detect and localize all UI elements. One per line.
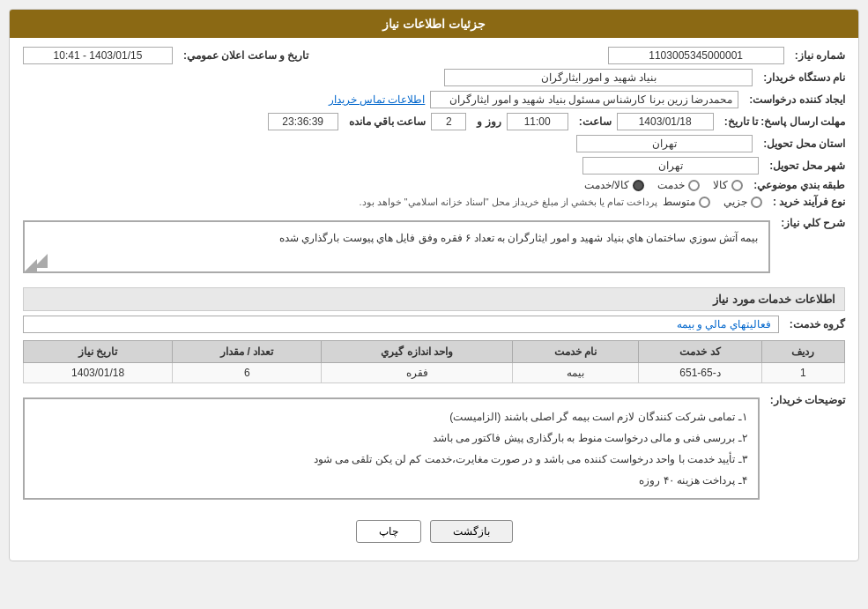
radio-khedmat-circle — [688, 180, 700, 191]
radio-kala-khedmat-label: کالا/خدمت — [584, 179, 629, 191]
note-line: ۴ـ پرداخت هزينه ۴۰ روزه — [35, 470, 747, 491]
description-label: شرح كلي نياز: — [775, 213, 845, 229]
province-label: استان محل تحويل: — [758, 137, 845, 150]
process-label: نوع فرآيند خريد : — [768, 196, 845, 208]
category-label: طبقه بندي موضوعي: — [748, 179, 845, 191]
category-option-kala-khedmat[interactable]: کالا/خدمت — [584, 179, 644, 191]
cell-date: 1403/01/18 — [24, 363, 173, 383]
announce-value: 1403/01/15 - 10:41 — [23, 47, 173, 64]
days-value: 2 — [431, 113, 466, 130]
main-card: جزئیات اطلاعات نياز شماره نياز: 11030053… — [9, 9, 859, 561]
contact-link[interactable]: اطلاعات تماس خريدار — [329, 93, 426, 106]
process-option-jozi[interactable]: جزيي — [723, 196, 762, 208]
row-need-number: شماره نياز: 1103005345000001 تاريخ و ساع… — [23, 47, 845, 64]
cell-quantity: 6 — [173, 363, 322, 383]
col-service-code: كد خدمت — [639, 341, 761, 363]
col-quantity: تعداد / مقدار — [173, 341, 322, 363]
city-value: تهران — [582, 157, 759, 175]
buyer-org-value: بنياد شهيد و امور ايثارگران — [444, 69, 753, 86]
back-button[interactable]: بازگشت — [430, 520, 513, 543]
announce-label: تاريخ و ساعت اعلان عمومي: — [178, 49, 308, 62]
days-label: روز و — [471, 115, 501, 128]
province-value: تهران — [576, 135, 753, 152]
row-deadline: مهلت ارسال پاسخ: تا تاريخ: 1403/01/18 سا… — [23, 113, 845, 130]
radio-motavaset-label: متوسط — [663, 196, 695, 208]
services-table-header: رديف كد خدمت نام خدمت واحد اندازه گيري ت… — [24, 341, 845, 363]
remaining-value: 23:36:39 — [268, 113, 338, 130]
print-button[interactable]: چاپ — [356, 520, 421, 543]
row-city: شهر محل تحويل: تهران — [23, 157, 845, 175]
col-rownum: رديف — [761, 341, 844, 363]
service-group-value: فعاليتهاي مالي و بيمه — [23, 316, 779, 333]
process-option-motavaset[interactable]: متوسط — [663, 196, 710, 208]
col-unit: واحد اندازه گيري — [322, 341, 513, 363]
buyer-org-label: نام دستگاه خريدار: — [758, 71, 845, 84]
notes-label: توضيحات خريدار: — [765, 390, 845, 406]
card-body: شماره نياز: 1103005345000001 تاريخ و ساع… — [10, 38, 858, 561]
note-line: ۳ـ تأيید خدمت با واحد درخواست کننده می ب… — [35, 449, 747, 470]
description-value: بيمه آتش سوزي ساختمان هاي بنياد شهيد و ا… — [279, 232, 758, 244]
table-header-row: رديف كد خدمت نام خدمت واحد اندازه گيري ت… — [24, 341, 845, 363]
radio-jozi-label: جزيي — [723, 196, 747, 208]
row-description: شرح كلي نياز: بيمه آتش سوزي ساختمان هاي … — [23, 213, 845, 280]
deadline-time: 11:00 — [507, 113, 568, 130]
city-label: شهر محل تحويل: — [764, 160, 845, 172]
row-process: نوع فرآيند خريد : جزيي متوسط پرداخت تمام… — [23, 196, 845, 208]
radio-kala-label: کالا — [713, 179, 728, 191]
cell-service-code: د-65-651 — [639, 363, 761, 383]
service-group-label: گروه خدمت: — [784, 318, 845, 330]
col-service-name: نام خدمت — [512, 341, 638, 363]
creator-label: ايجاد كننده درخواست: — [744, 93, 845, 106]
button-row: بازگشت چاپ — [23, 511, 845, 552]
cell-rownum: 1 — [761, 363, 844, 383]
deadline-date: 1403/01/18 — [617, 113, 714, 130]
deadline-label: مهلت ارسال پاسخ: تا تاريخ: — [719, 115, 845, 128]
col-date: تاريخ نياز — [24, 341, 173, 363]
row-province: استان محل تحويل: تهران — [23, 135, 845, 152]
services-table: رديف كد خدمت نام خدمت واحد اندازه گيري ت… — [23, 340, 845, 383]
process-note: پرداخت تمام يا بخشي از مبلغ خريداز محل "… — [359, 197, 657, 208]
need-number-label: شماره نياز: — [790, 49, 845, 62]
time-label: ساعت: — [574, 115, 612, 128]
category-option-kala[interactable]: کالا — [713, 179, 743, 191]
process-radio-group: جزيي متوسط — [663, 196, 762, 208]
row-buyer-org: نام دستگاه خريدار: بنياد شهيد و امور ايث… — [23, 69, 845, 86]
page-container: جزئیات اطلاعات نياز شماره نياز: 11030053… — [0, 0, 868, 609]
services-table-body: 1 د-65-651 بيمه فقره 6 1403/01/18 — [24, 363, 845, 383]
notes-box: ۱ـ تمامی شرکت کنندگان لازم است بيمه گر ا… — [23, 397, 760, 500]
row-category: طبقه بندي موضوعي: کالا خدمت کالا/خدمت — [23, 179, 845, 191]
remaining-label: ساعت باقي مانده — [344, 115, 427, 128]
page-title: جزئیات اطلاعات نياز — [10, 10, 858, 38]
radio-khedmat-label: خدمت — [657, 179, 685, 191]
description-box: بيمه آتش سوزي ساختمان هاي بنياد شهيد و ا… — [23, 220, 770, 273]
row-creator: ايجاد كننده درخواست: محمدرضا زرين برنا ك… — [23, 91, 845, 108]
row-notes: توضيحات خريدار: ۱ـ تمامی شرکت کنندگان لا… — [23, 390, 845, 507]
table-row: 1 د-65-651 بيمه فقره 6 1403/01/18 — [24, 363, 845, 383]
note-line: ۱ـ تمامی شرکت کنندگان لازم است بيمه گر ا… — [35, 406, 747, 427]
radio-motavaset-circle — [699, 197, 710, 208]
cell-service-name: بيمه — [512, 363, 638, 383]
radio-kala-circle — [731, 180, 743, 191]
row-service-group: گروه خدمت: فعاليتهاي مالي و بيمه — [23, 316, 845, 333]
services-section-title: اطلاعات خدمات مورد نياز — [23, 287, 845, 311]
radio-kala-khedmat-circle — [633, 180, 644, 191]
creator-value: محمدرضا زرين برنا كارشناس مسئول بنياد شه… — [430, 91, 738, 108]
radio-jozi-circle — [751, 197, 762, 208]
note-line: ۲ـ بررسی فنی و مالی درخواست منوط به بارگ… — [35, 427, 747, 449]
category-radio-group: کالا خدمت کالا/خدمت — [584, 179, 743, 191]
cell-unit: فقره — [322, 363, 513, 383]
category-option-khedmat[interactable]: خدمت — [657, 179, 700, 191]
need-number-value: 1103005345000001 — [608, 47, 784, 64]
